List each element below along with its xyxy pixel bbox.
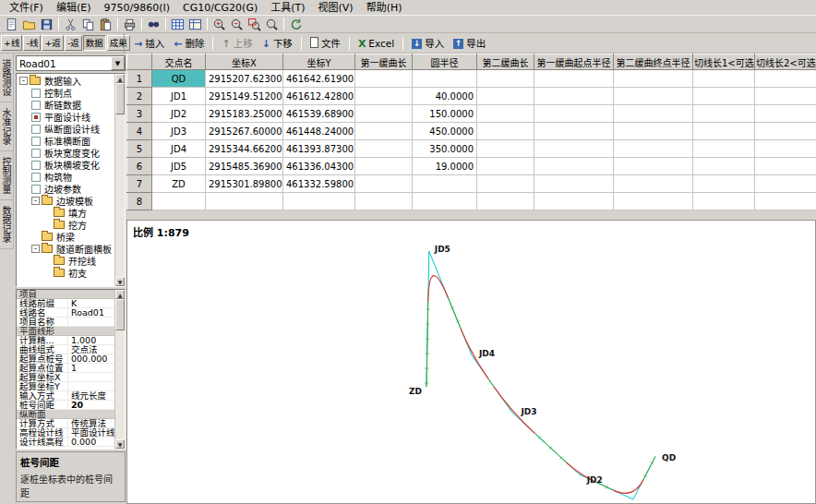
table-cell[interactable] <box>355 140 413 158</box>
table-cell[interactable] <box>413 193 477 210</box>
table-cell[interactable] <box>614 123 693 140</box>
table-cell[interactable] <box>283 193 355 210</box>
expander-icon[interactable]: - <box>31 245 40 253</box>
mode-tab[interactable]: -线 <box>23 35 41 51</box>
toolbar-delete-button[interactable]: ←删除 <box>170 35 208 52</box>
column-header[interactable]: 圆半径 <box>413 54 477 70</box>
tb-new-file-button[interactable] <box>3 16 20 32</box>
table-cell[interactable] <box>614 193 693 210</box>
table-cell[interactable] <box>534 175 614 193</box>
property-row[interactable]: 输入方式线元长度 <box>17 391 125 401</box>
vertical-scrollbar[interactable]: ▲▼ <box>114 290 125 449</box>
scroll-track[interactable] <box>115 114 125 277</box>
table-cell[interactable]: 40.0000 <box>413 88 477 105</box>
toolbar-import-button[interactable]: ↓导入 <box>408 35 448 52</box>
tb-open-folder-button[interactable] <box>20 16 38 32</box>
table-cell[interactable]: JD1 <box>152 88 206 105</box>
table-cell[interactable]: 461448.24000 <box>283 123 355 140</box>
table-cell[interactable] <box>614 88 693 105</box>
tb-find-button[interactable] <box>145 16 162 32</box>
scroll-up-icon[interactable]: ▲ <box>115 290 125 299</box>
tb-grid-small-button[interactable] <box>186 16 204 32</box>
scroll-thumb[interactable] <box>115 299 125 330</box>
table-cell[interactable]: 461393.87300 <box>283 140 355 158</box>
tb-zoom-in-button[interactable] <box>210 16 228 32</box>
tb-zoom-extent-button[interactable] <box>263 16 281 32</box>
table-cell[interactable] <box>413 175 477 193</box>
property-row[interactable]: 起算坐标Y <box>17 382 125 391</box>
table-cell[interactable]: 2915344.66200 <box>206 140 283 158</box>
toolbar-excel-button[interactable]: XExcel <box>354 35 398 52</box>
table-cell[interactable] <box>534 193 614 210</box>
table-cell[interactable] <box>355 175 413 193</box>
column-header[interactable]: 坐标Y <box>283 54 355 70</box>
table-cell[interactable]: 461642.61900 <box>283 70 355 88</box>
table-cell[interactable] <box>355 105 413 123</box>
table-cell[interactable]: JD3 <box>152 123 206 140</box>
table-cell[interactable] <box>477 158 534 175</box>
checkbox[interactable] <box>31 173 41 182</box>
checkbox[interactable] <box>31 125 41 134</box>
table-cell[interactable] <box>477 88 534 105</box>
expander-icon[interactable]: - <box>19 77 28 85</box>
table-cell[interactable] <box>355 158 413 175</box>
dropdown-arrow-icon[interactable]: ▼ <box>111 56 125 70</box>
tb-grid-large-button[interactable] <box>169 16 186 32</box>
property-row[interactable]: 起算点位置1 <box>17 364 125 373</box>
table-cell[interactable] <box>534 88 614 105</box>
table-cell[interactable] <box>152 193 206 210</box>
table-cell[interactable]: 461612.42800 <box>283 88 355 105</box>
toolbar-export-button[interactable]: ↑导出 <box>450 35 489 52</box>
table-cell[interactable] <box>477 105 534 123</box>
row-header[interactable]: 8 <box>127 193 152 210</box>
property-row[interactable]: 线路名Road01 <box>17 308 125 318</box>
row-header[interactable]: 5 <box>127 140 152 158</box>
table-cell[interactable]: ZD <box>152 175 206 193</box>
mode-tab[interactable]: +线 <box>1 35 22 51</box>
scroll-down-icon[interactable]: ▼ <box>115 277 125 286</box>
toolbar-down-button[interactable]: ↓下移 <box>258 35 296 52</box>
table-cell[interactable]: QD <box>152 70 206 88</box>
table-cell[interactable]: 2915207.62300 <box>206 70 283 88</box>
road-selector[interactable]: Road01 ▼ <box>16 55 126 71</box>
tb-cut-button[interactable] <box>62 16 79 32</box>
side-tab[interactable]: 数据记录 <box>0 200 14 249</box>
row-header[interactable]: 4 <box>127 123 152 140</box>
table-cell[interactable] <box>355 193 413 210</box>
table-cell[interactable] <box>693 158 755 175</box>
property-row[interactable]: 计算方式传统算法 <box>17 419 125 428</box>
table-cell[interactable]: 450.0000 <box>413 123 477 140</box>
table-cell[interactable] <box>755 158 816 175</box>
table-cell[interactable]: JD4 <box>152 140 206 158</box>
property-row[interactable]: 起算点桩号000.000 <box>17 354 125 364</box>
table-cell[interactable] <box>477 193 534 210</box>
checkbox[interactable] <box>31 149 41 158</box>
column-header[interactable]: 第二缓曲长 <box>477 54 534 70</box>
property-row[interactable]: 设计线高程0.000 <box>17 438 125 447</box>
scroll-down-icon[interactable]: ▼ <box>115 439 125 449</box>
tb-zoom-out-button[interactable] <box>228 16 246 32</box>
mode-tab[interactable]: +返 <box>42 35 63 51</box>
table-cell[interactable] <box>693 105 755 123</box>
table-cell[interactable]: 150.0000 <box>413 105 477 123</box>
tb-rotate-button[interactable] <box>287 16 305 32</box>
table-cell[interactable] <box>477 70 534 88</box>
table-cell[interactable] <box>614 105 693 123</box>
table-cell[interactable]: 461336.04300 <box>283 158 355 175</box>
checkbox[interactable] <box>31 185 41 194</box>
table-cell[interactable] <box>206 193 283 210</box>
checkbox[interactable] <box>31 137 41 146</box>
menu-item[interactable]: 工具(T) <box>264 1 311 15</box>
checkbox[interactable] <box>31 113 41 122</box>
property-row[interactable]: 线路前缀K <box>17 299 125 308</box>
property-row[interactable]: 计算精...1.000 <box>17 336 125 345</box>
table-cell[interactable]: JD2 <box>152 105 206 123</box>
menu-item[interactable]: 视图(V) <box>312 1 360 15</box>
mode-tab[interactable]: 数据 <box>83 35 106 51</box>
table-cell[interactable]: 2915267.60000 <box>206 123 283 140</box>
tb-paste-button[interactable] <box>97 16 114 32</box>
table-cell[interactable] <box>693 70 755 88</box>
tb-copy-button[interactable] <box>79 16 97 32</box>
toolbar-file-button[interactable]: 文件 <box>306 35 344 52</box>
vertical-scrollbar[interactable]: ▲▼ <box>114 74 125 286</box>
